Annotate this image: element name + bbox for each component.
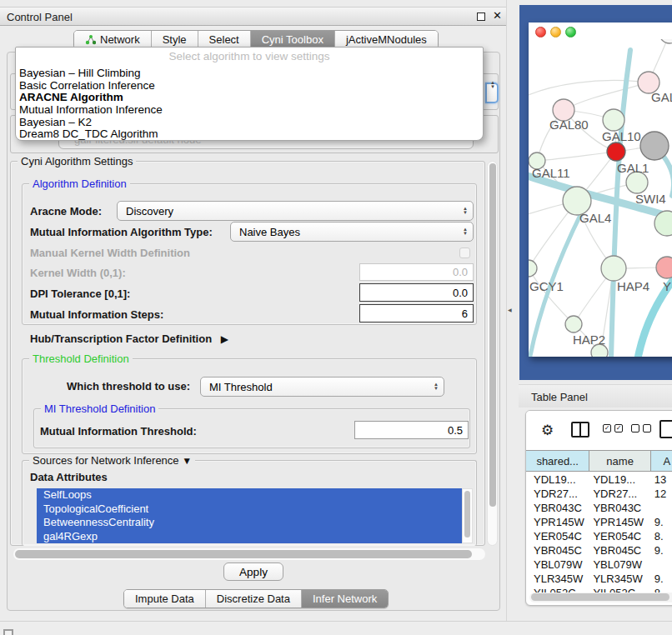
stepper-icon: ▲▼ <box>463 228 468 236</box>
status-strip <box>0 621 672 635</box>
scrollbar-thumb[interactable] <box>531 593 669 601</box>
collapse-arrow-icon[interactable]: ▼ <box>182 455 192 467</box>
node-label: GAL1 <box>617 161 649 175</box>
tab-impute-data[interactable]: Impute Data <box>124 590 206 608</box>
list-item[interactable]: BetweennessCentrality <box>37 516 462 530</box>
window-zoom-icon[interactable] <box>565 27 576 38</box>
column-header[interactable]: shared... <box>526 451 589 471</box>
panel-title: Control Panel <box>7 11 73 23</box>
node-gcy1[interactable] <box>529 260 537 277</box>
mi-threshold-label: Mutual Information Threshold: <box>40 425 197 438</box>
table-row[interactable]: YDR27...YDR27...12 <box>526 487 672 501</box>
network-tab-icon <box>85 35 96 45</box>
network-window[interactable]: GAL GAL80 GAL10 GAL11 GAL1 SWI4 GAL4 GCY… <box>529 22 672 357</box>
window-close-icon[interactable] <box>535 27 546 38</box>
menu-item[interactable]: Bayesian – K2 <box>16 117 483 129</box>
scrollbar-thumb[interactable] <box>464 491 470 538</box>
deselect-all-icon[interactable] <box>643 424 651 432</box>
group-title: MI Threshold Definition <box>41 402 158 415</box>
node[interactable] <box>659 39 672 43</box>
mi-threshold-value: 0.5 <box>448 424 463 437</box>
group-title: Sources for Network Inference ▼ <box>29 454 195 467</box>
mi-type-label: Mutual Information Algorithm Type: <box>30 226 213 238</box>
mi-steps-field[interactable]: 6 <box>359 304 474 322</box>
which-threshold-combobox[interactable]: MI Threshold ▲▼ <box>200 377 444 397</box>
collapsed-panel-icon[interactable] <box>3 629 13 635</box>
gear-icon[interactable]: ⚙ <box>541 422 554 439</box>
node-label: GAL10 <box>602 129 641 143</box>
kernel-width-field[interactable]: 0.0 <box>359 263 474 281</box>
list-item[interactable]: gal4RGexp <box>37 530 462 544</box>
network-canvas[interactable]: GAL GAL80 GAL10 GAL11 GAL1 SWI4 GAL4 GCY… <box>529 39 672 357</box>
attributes-scrollbar[interactable] <box>462 488 473 543</box>
node-pink[interactable] <box>656 257 672 278</box>
list-item[interactable]: TopologicalCoefficient <box>37 502 462 517</box>
table-row[interactable]: YBL079WYBL079W <box>526 558 672 572</box>
float-window-icon[interactable] <box>477 12 485 21</box>
node-gray[interactable] <box>640 132 669 160</box>
node-hap4[interactable] <box>601 256 626 281</box>
table-row[interactable]: YER054CYER054C8. <box>526 529 672 543</box>
show-columns-icon[interactable] <box>571 422 589 438</box>
menu-item[interactable]: Mutual Information Inference <box>16 104 483 117</box>
select-all-icon[interactable]: ✓ <box>603 424 611 432</box>
mi-steps-value: 6 <box>462 308 468 320</box>
table-row[interactable]: YBR045CYBR045C9. <box>526 543 672 558</box>
mi-type-combobox[interactable]: Naive Bayes ▲▼ <box>230 222 474 242</box>
tab-style[interactable]: Style <box>152 31 198 48</box>
node-label: GAL80 <box>549 118 589 132</box>
menu-item-selected[interactable]: ARACNE Algorithm <box>16 92 483 104</box>
table-row[interactable]: YIL052CYIL052C8. <box>526 586 672 592</box>
select-all-icon[interactable]: ✓ <box>614 424 623 432</box>
menu-item[interactable]: Dream8 DC_TDC Algorithm <box>16 128 483 141</box>
column-header[interactable]: A <box>651 451 672 471</box>
stepper-icon: ▲▼ <box>434 382 439 391</box>
aracne-mode-combobox[interactable]: Discovery ▲▼ <box>117 201 474 221</box>
manual-kernel-checkbox[interactable] <box>459 248 470 258</box>
table-toolbar: ⚙ ✓ ✓ <box>526 411 672 450</box>
column-header[interactable]: name <box>589 451 651 471</box>
list-item[interactable]: SelfLoops <box>37 488 462 502</box>
deselect-all-icon[interactable] <box>631 424 639 432</box>
scrollbar-thumb[interactable] <box>15 550 472 558</box>
node-gal10[interactable] <box>603 109 624 131</box>
aracne-mode-value: Discovery <box>126 205 173 218</box>
tab-cyni-toolbox[interactable]: Cyni Toolbox <box>251 31 335 48</box>
node-label: HAP2 <box>573 332 605 347</box>
apply-button[interactable]: Apply <box>223 562 283 581</box>
node-label: GCY1 <box>529 279 564 293</box>
table-row[interactable]: YLR345WYLR345W9. <box>526 572 672 586</box>
menu-item[interactable]: Bayesian – Hill Climbing <box>16 68 483 80</box>
tab-discretize-data[interactable]: Discretize Data <box>206 590 302 608</box>
sources-title: Sources for Network Inference <box>33 454 179 467</box>
settings-vertical-scrollbar[interactable] <box>487 161 498 546</box>
tab-select[interactable]: Select <box>198 31 251 48</box>
close-icon[interactable]: ✕ <box>493 9 502 22</box>
table-panel-title: Table Panel <box>531 391 588 403</box>
scrollbar-thumb[interactable] <box>489 163 496 507</box>
table-horizontal-scrollbar[interactable] <box>529 592 672 602</box>
tab-jactivemnodules[interactable]: jActiveMNodules <box>335 31 438 48</box>
table-row[interactable]: YDL19...YDL19...13 <box>526 472 672 487</box>
tab-infer-network[interactable]: Infer Network <box>302 590 388 608</box>
menu-item[interactable]: Basic Correlation Inference <box>16 80 483 92</box>
splitter-collapse-icon[interactable]: ◀ <box>508 307 512 312</box>
table-row[interactable]: YBR043CYBR043C <box>526 501 672 515</box>
node-hap2[interactable] <box>565 316 582 332</box>
which-threshold-value: MI Threshold <box>209 381 273 393</box>
node-label: HAP4 <box>617 279 649 293</box>
tab-label: jActiveMNodules <box>346 33 427 46</box>
algorithm-combobox-end[interactable]: ▲▼ <box>485 82 499 103</box>
table-row[interactable]: YPR145WYPR145W9. <box>526 515 672 529</box>
table-body: YDL19...YDL19...13 YDR27...YDR27...12 YB… <box>526 472 672 592</box>
settings-horizontal-scrollbar[interactable] <box>13 548 485 560</box>
mi-steps-label: Mutual Information Steps: <box>30 308 163 321</box>
tab-network[interactable]: Network <box>74 31 152 48</box>
hub-definition-toggle[interactable]: Hub/Transcription Factor Definition ▶ <box>30 332 228 345</box>
new-table-icon[interactable] <box>659 420 672 438</box>
node-red[interactable] <box>607 142 625 161</box>
data-attributes-list[interactable]: SelfLoops TopologicalCoefficient Between… <box>37 488 462 543</box>
window-minimize-icon[interactable] <box>550 27 561 38</box>
mi-threshold-field[interactable]: 0.5 <box>354 421 469 439</box>
dpi-tolerance-field[interactable]: 0.0 <box>359 283 474 302</box>
